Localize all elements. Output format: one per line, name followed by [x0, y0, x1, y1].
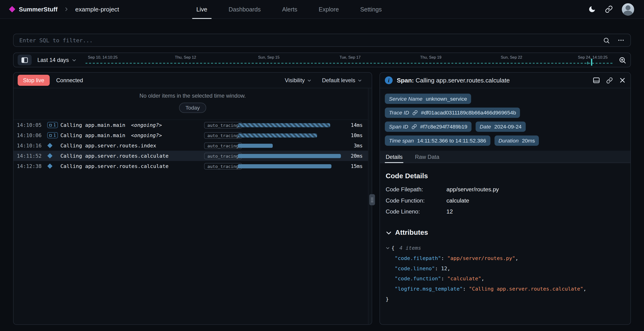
timeline-tick: Thu, Sep 12	[175, 55, 196, 60]
service-name-badge: Service Name unknown_service	[385, 94, 471, 104]
stop-live-button[interactable]: Stop live	[18, 75, 50, 86]
link-icon[interactable]	[412, 124, 417, 130]
collapse-chevron-icon	[386, 230, 392, 236]
row-duration-bar	[238, 123, 358, 127]
row-tag: auto_tracing	[204, 132, 242, 138]
tab-live[interactable]: Live	[186, 0, 218, 19]
main-nav: Live Dashboards Alerts Explore Settings	[186, 0, 392, 19]
date-badge: Date 2024-09-24	[476, 122, 526, 132]
chevron-down-icon	[307, 78, 312, 82]
avatar[interactable]	[622, 3, 634, 16]
row-timestamp: 14:10:16	[17, 142, 47, 148]
default-levels-dropdown[interactable]: Default levels	[322, 77, 362, 83]
row-duration: 20ms	[351, 153, 363, 159]
today-button[interactable]: Today	[179, 102, 206, 113]
app-root: SummerStuff example-project Live Dashboa…	[0, 0, 644, 331]
row-timestamp: 14:10:05	[17, 122, 47, 128]
copy-link-icon[interactable]	[606, 77, 613, 84]
live-list-panel: Stop live Connected Visibility Default l…	[13, 72, 372, 325]
row-duration: 10ms	[351, 132, 363, 138]
row-tag: auto_tracing	[204, 163, 242, 169]
timeline-tick: Sun, Sep 15	[258, 55, 280, 60]
span-detail-header: i Span: Calling app.server.routes.calcul…	[380, 73, 630, 88]
tab-settings[interactable]: Settings	[350, 0, 392, 19]
row-tag: auto_tracing	[204, 122, 242, 128]
span-group-icon[interactable]: 1	[47, 122, 60, 128]
navbar: SummerStuff example-project Live Dashboa…	[0, 0, 644, 19]
tab-raw-data[interactable]: Raw Data	[414, 152, 440, 162]
json-open-brace: {	[392, 243, 394, 253]
search-input[interactable]	[20, 37, 603, 44]
time-range-label: Last 14 days	[38, 57, 69, 63]
json-items-count: 4 items	[399, 243, 421, 253]
tab-alerts[interactable]: Alerts	[271, 0, 308, 19]
empty-window-message: No older items in the selected time wind…	[14, 93, 372, 99]
code-function-label: Code Function:	[386, 197, 446, 204]
row-message: Calling app.server.routes.calculate	[60, 163, 168, 169]
code-filepath-value: app/server/routes.py	[446, 186, 625, 192]
list-item-selected[interactable]: 14:11:52 Calling app.server.routes.calcu…	[14, 151, 372, 161]
tab-dashboards[interactable]: Dashboards	[218, 0, 272, 19]
panel-resize-handle[interactable]	[369, 194, 375, 205]
search-icon[interactable]	[603, 37, 610, 44]
timeline-tick: Sun, Sep 22	[501, 55, 522, 60]
row-duration-bar	[238, 154, 358, 158]
json-line: "logfire.msg_template": "Calling app.ser…	[386, 284, 624, 294]
timeline-tick: Tue, Sep 17	[340, 55, 360, 60]
tab-details[interactable]: Details	[385, 152, 404, 162]
visibility-dropdown[interactable]: Visibility	[285, 77, 311, 83]
dock-panel-icon[interactable]	[593, 77, 600, 83]
visibility-label: Visibility	[285, 77, 305, 83]
row-message: Calling app.server.routes.index	[60, 142, 156, 148]
json-close-brace: }	[386, 294, 624, 304]
span-diamond-icon	[47, 154, 60, 158]
timeline-tick: Sep 24, 14:10:25	[578, 55, 608, 60]
span-group-icon[interactable]: 1	[47, 132, 60, 138]
zoom-in-icon[interactable]	[618, 56, 626, 64]
span-id-badge: Span ID #f7c8e294f7489b19	[385, 122, 472, 132]
live-list-header: Stop live Connected Visibility Default l…	[14, 73, 372, 88]
span-diamond-icon	[47, 144, 60, 148]
attributes-json-viewer: { 4 items "code.filepath": "app/server/r…	[386, 243, 624, 304]
sidebar-toggle-icon[interactable]	[18, 55, 32, 66]
list-item[interactable]: 14:12:38 Calling app.server.routes.calcu…	[14, 161, 372, 171]
time-range-select[interactable]: Last 14 days	[38, 57, 76, 63]
code-lineno-value: 12	[446, 208, 625, 215]
list-item[interactable]: 14:10:05 1 Calling app.main.main<ongoing…	[14, 120, 372, 130]
duration-badge: Duration 20ms	[494, 136, 539, 146]
row-message: Calling app.server.routes.calculate	[60, 153, 168, 159]
row-timestamp: 14:11:52	[17, 153, 47, 159]
chevron-down-icon	[72, 58, 76, 62]
chevron-down-icon	[358, 78, 362, 82]
navbar-actions	[588, 3, 634, 16]
share-link-icon[interactable]	[605, 5, 613, 13]
row-timestamp: 14:10:06	[17, 132, 47, 138]
link-icon[interactable]	[412, 110, 418, 116]
timeline-track[interactable]: Sep 10, 14:10:25 Thu, Sep 12 Sun, Sep 15…	[85, 53, 613, 67]
row-duration: 3ms	[354, 143, 363, 148]
dark-mode-icon[interactable]	[588, 5, 596, 13]
timeline-activity-line	[85, 63, 613, 64]
json-collapse-icon[interactable]	[386, 246, 390, 250]
row-duration: 15ms	[351, 163, 363, 169]
more-options-icon[interactable]	[617, 36, 625, 44]
attributes-section-toggle[interactable]: Attributes	[386, 229, 624, 237]
trace-rows: 14:10:05 1 Calling app.main.main<ongoing…	[14, 119, 372, 171]
code-lineno-label: Code Lineno:	[386, 208, 446, 215]
list-item[interactable]: 14:10:16 Calling app.server.routes.index…	[14, 140, 372, 151]
scrollbar[interactable]	[368, 88, 372, 324]
project-name[interactable]: example-project	[75, 6, 119, 13]
close-icon[interactable]	[620, 77, 626, 83]
tab-explore[interactable]: Explore	[308, 0, 350, 19]
row-duration-bar	[238, 144, 358, 148]
brand-diamond-icon	[9, 6, 15, 12]
row-duration-bar	[238, 164, 358, 168]
sql-filter-bar	[13, 34, 631, 47]
span-diamond-icon	[47, 164, 60, 168]
detail-tabs: Details Raw Data	[380, 151, 630, 163]
timeline-bar: Last 14 days Sep 10, 14:10:25 Thu, Sep 1…	[13, 52, 631, 67]
org-name[interactable]: SummerStuff	[19, 6, 58, 13]
span-detail-panel: i Span: Calling app.server.routes.calcul…	[380, 72, 631, 325]
main-content: Stop live Connected Visibility Default l…	[13, 72, 631, 325]
list-item[interactable]: 14:10:06 1 Calling app.main.main<ongoing…	[14, 130, 372, 140]
